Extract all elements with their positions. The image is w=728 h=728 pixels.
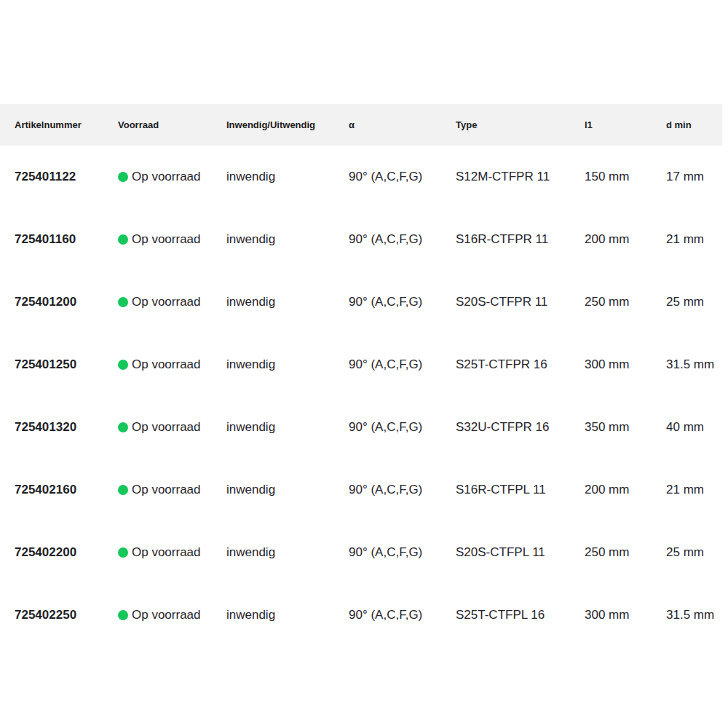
- stock-status-label: Op voorraad: [132, 608, 201, 622]
- cell-l1: 250 mm: [585, 295, 666, 309]
- column-header-d-min: d min: [666, 119, 722, 130]
- table-row[interactable]: 725401122 Op voorraad inwendig 90° (A,C,…: [0, 146, 722, 208]
- cell-type: S12M-CTFPR 11: [456, 170, 585, 184]
- stock-status-label: Op voorraad: [132, 420, 201, 435]
- in-stock-dot-icon: [118, 297, 128, 307]
- cell-type: S25T-CTFPR 16: [456, 357, 585, 372]
- cell-artikelnummer: 725402250: [0, 608, 118, 622]
- cell-voorraad: Op voorraad: [118, 608, 226, 622]
- column-header-type: Type: [456, 119, 585, 130]
- cell-type: S25T-CTFPL 16: [456, 608, 585, 622]
- cell-artikelnummer: 725402200: [0, 545, 118, 560]
- stock-status-label: Op voorraad: [132, 545, 201, 560]
- cell-type: S16R-CTFPR 11: [456, 232, 585, 247]
- cell-voorraad: Op voorraad: [118, 545, 226, 560]
- cell-inwendig-uitwendig: inwendig: [226, 420, 349, 435]
- cell-artikelnummer: 725401250: [0, 357, 118, 372]
- cell-inwendig-uitwendig: inwendig: [226, 295, 349, 309]
- cell-voorraad: Op voorraad: [118, 295, 226, 309]
- cell-alpha: 90° (A,C,F,G): [349, 608, 456, 622]
- cell-type: S20S-CTFPR 11: [456, 295, 585, 309]
- table-row[interactable]: 725401250 Op voorraad inwendig 90° (A,C,…: [0, 333, 722, 396]
- cell-d-min: 25 mm: [666, 545, 722, 560]
- cell-inwendig-uitwendig: inwendig: [226, 357, 349, 372]
- cell-artikelnummer: 725401160: [0, 232, 118, 247]
- cell-d-min: 25 mm: [666, 295, 722, 309]
- stock-status-label: Op voorraad: [132, 295, 201, 309]
- cell-artikelnummer: 725401320: [0, 420, 118, 435]
- cell-type: S20S-CTFPL 11: [456, 545, 585, 560]
- table-body: 725401122 Op voorraad inwendig 90° (A,C,…: [0, 146, 722, 646]
- column-header-alpha: α: [349, 119, 456, 130]
- cell-l1: 300 mm: [585, 608, 666, 622]
- cell-l1: 200 mm: [585, 232, 666, 247]
- cell-alpha: 90° (A,C,F,G): [349, 357, 456, 372]
- cell-voorraad: Op voorraad: [118, 232, 226, 247]
- cell-inwendig-uitwendig: inwendig: [226, 608, 349, 622]
- cell-d-min: 17 mm: [666, 170, 722, 184]
- table-row[interactable]: 725401200 Op voorraad inwendig 90° (A,C,…: [0, 271, 722, 333]
- stock-status-label: Op voorraad: [132, 357, 201, 372]
- cell-inwendig-uitwendig: inwendig: [226, 232, 349, 247]
- cell-d-min: 31.5 mm: [666, 608, 722, 622]
- column-header-voorraad: Voorraad: [118, 119, 226, 130]
- stock-status-label: Op voorraad: [132, 170, 201, 184]
- cell-d-min: 21 mm: [666, 483, 722, 497]
- cell-alpha: 90° (A,C,F,G): [349, 420, 456, 435]
- cell-voorraad: Op voorraad: [118, 357, 226, 372]
- stock-status-label: Op voorraad: [132, 483, 201, 497]
- cell-d-min: 40 mm: [666, 420, 722, 435]
- table-row[interactable]: 725401320 Op voorraad inwendig 90° (A,C,…: [0, 396, 722, 459]
- cell-alpha: 90° (A,C,F,G): [349, 170, 456, 184]
- in-stock-dot-icon: [118, 547, 128, 558]
- cell-alpha: 90° (A,C,F,G): [349, 295, 456, 309]
- column-header-inwendig-uitwendig: Inwendig/Uitwendig: [226, 119, 349, 130]
- cell-l1: 250 mm: [585, 545, 666, 560]
- in-stock-dot-icon: [118, 360, 128, 370]
- cell-voorraad: Op voorraad: [118, 483, 226, 497]
- cell-l1: 150 mm: [585, 170, 666, 184]
- table-row[interactable]: 725402250 Op voorraad inwendig 90° (A,C,…: [0, 584, 722, 646]
- cell-l1: 200 mm: [585, 483, 666, 497]
- stock-status-label: Op voorraad: [132, 232, 201, 247]
- in-stock-dot-icon: [118, 485, 128, 495]
- cell-artikelnummer: 725401122: [0, 170, 118, 184]
- cell-type: S16R-CTFPL 11: [456, 483, 585, 497]
- cell-artikelnummer: 725401200: [0, 295, 118, 309]
- table-row[interactable]: 725401160 Op voorraad inwendig 90° (A,C,…: [0, 208, 722, 271]
- in-stock-dot-icon: [118, 610, 128, 620]
- table-row[interactable]: 725402200 Op voorraad inwendig 90° (A,C,…: [0, 521, 722, 584]
- table-row[interactable]: 725402160 Op voorraad inwendig 90° (A,C,…: [0, 459, 722, 521]
- cell-alpha: 90° (A,C,F,G): [349, 232, 456, 247]
- in-stock-dot-icon: [118, 422, 128, 432]
- cell-inwendig-uitwendig: inwendig: [226, 545, 349, 560]
- cell-inwendig-uitwendig: inwendig: [226, 483, 349, 497]
- cell-type: S32U-CTFPR 16: [456, 420, 585, 435]
- cell-l1: 300 mm: [585, 357, 666, 372]
- cell-voorraad: Op voorraad: [118, 420, 226, 435]
- cell-d-min: 31.5 mm: [666, 357, 722, 372]
- product-table: Artikelnummer Voorraad Inwendig/Uitwendi…: [0, 104, 722, 646]
- cell-alpha: 90° (A,C,F,G): [349, 545, 456, 560]
- cell-inwendig-uitwendig: inwendig: [226, 170, 349, 184]
- in-stock-dot-icon: [118, 234, 128, 245]
- column-header-l1: l1: [585, 119, 666, 130]
- cell-voorraad: Op voorraad: [118, 170, 226, 184]
- cell-alpha: 90° (A,C,F,G): [349, 483, 456, 497]
- table-header-row: Artikelnummer Voorraad Inwendig/Uitwendi…: [0, 104, 722, 146]
- in-stock-dot-icon: [118, 172, 128, 182]
- cell-d-min: 21 mm: [666, 232, 722, 247]
- cell-l1: 350 mm: [585, 420, 666, 435]
- cell-artikelnummer: 725402160: [0, 483, 118, 497]
- column-header-artikelnummer: Artikelnummer: [0, 119, 118, 130]
